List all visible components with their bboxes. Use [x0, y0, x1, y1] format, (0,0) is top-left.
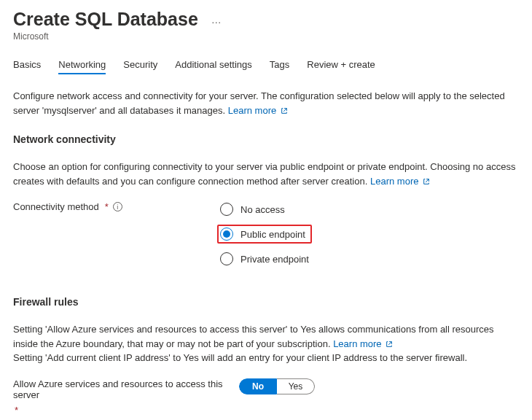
allow-azure-label-text: Allow Azure services and resources to ac… [13, 378, 239, 400]
firewall-desc2: Setting 'Add current client IP address' … [13, 352, 467, 363]
tab-networking[interactable]: Networking [58, 59, 106, 74]
connectivity-desc-text: Choose an option for configuring connect… [13, 161, 515, 187]
connectivity-method-label-text: Connectivity method [13, 201, 99, 212]
radio-private-endpoint[interactable]: Private endpoint [217, 251, 312, 267]
connectivity-learn-more-link[interactable]: Learn more [370, 176, 430, 187]
radio-icon [220, 228, 233, 241]
network-connectivity-heading: Network connectivity [13, 133, 519, 145]
required-indicator: * [105, 201, 109, 212]
tab-bar: Basics Networking Security Additional se… [13, 59, 519, 74]
firewall-learn-more-link[interactable]: Learn more [333, 338, 393, 349]
tab-tags[interactable]: Tags [270, 59, 289, 74]
radio-no-access[interactable]: No access [217, 201, 312, 217]
connectivity-desc: Choose an option for configuring connect… [13, 160, 519, 188]
more-icon[interactable]: … [211, 14, 223, 26]
allow-azure-yes[interactable]: Yes [277, 378, 315, 394]
allow-azure-label: Allow Azure services and resources to ac… [13, 378, 239, 416]
intro-learn-more-link[interactable]: Learn more [228, 105, 288, 116]
firewall-desc: Setting 'Allow Azure services and resour… [13, 322, 519, 365]
radio-public-endpoint-label: Public endpoint [240, 229, 305, 240]
required-indicator: * [15, 405, 18, 416]
radio-icon [220, 252, 233, 265]
connectivity-method-radios: No access Public endpoint Private endpoi… [217, 201, 312, 267]
page-title: Create SQL Database … [13, 9, 519, 30]
connectivity-method-label: Connectivity method * i [13, 201, 217, 212]
info-icon[interactable]: i [113, 202, 122, 211]
tab-review-create[interactable]: Review + create [307, 59, 375, 74]
firewall-learn-more-text: Learn more [333, 338, 381, 349]
page-subtitle: Microsoft [13, 31, 519, 42]
radio-icon [220, 203, 233, 216]
tab-basics[interactable]: Basics [13, 59, 41, 74]
external-link-icon [423, 175, 430, 182]
radio-private-endpoint-label: Private endpoint [240, 254, 309, 265]
firewall-desc1: Setting 'Allow Azure services and resour… [13, 324, 494, 349]
page-title-text: Create SQL Database [13, 9, 198, 30]
tab-security[interactable]: Security [123, 59, 157, 74]
intro-learn-more-text: Learn more [228, 105, 276, 116]
firewall-rules-heading: Firewall rules [13, 296, 519, 308]
external-link-icon [386, 338, 393, 345]
allow-azure-toggle[interactable]: No Yes [239, 378, 315, 394]
connectivity-learn-more-text: Learn more [370, 176, 418, 187]
allow-azure-no[interactable]: No [239, 378, 277, 394]
radio-public-endpoint[interactable]: Public endpoint [217, 225, 312, 244]
tab-additional-settings[interactable]: Additional settings [175, 59, 252, 74]
intro-text: Configure network access and connectivit… [13, 89, 519, 117]
external-link-icon [281, 104, 288, 112]
radio-no-access-label: No access [240, 204, 285, 215]
